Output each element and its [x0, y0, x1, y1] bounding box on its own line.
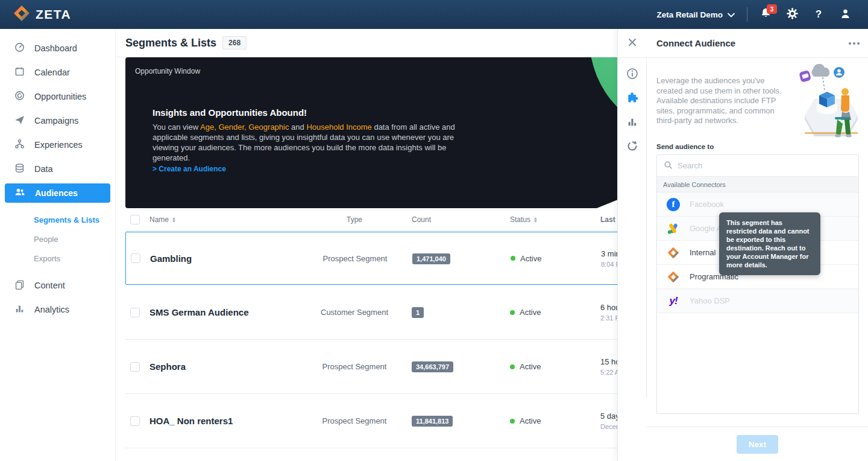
segment-type: Customer Segment — [318, 307, 391, 317]
chevron-down-icon — [728, 10, 735, 19]
sidebar-nav: Dashboard Calendar Opportunities Campaig… — [0, 29, 116, 461]
connector-search[interactable] — [657, 155, 858, 177]
close-icon — [628, 38, 637, 49]
count-badge: 11,841,813 — [412, 416, 453, 427]
top-navbar: ZETA Zeta Retail Demo 3 — [0, 0, 868, 29]
banner-highlight: Age, Gender, Geographic — [200, 122, 289, 132]
sidebar-item-analytics[interactable]: Analytics — [0, 297, 115, 322]
row-checkbox[interactable] — [130, 308, 140, 317]
search-input[interactable] — [678, 161, 851, 170]
sidebar-item-dashboard[interactable]: Dashboard — [0, 36, 115, 60]
refresh-tab[interactable] — [618, 135, 647, 159]
segment-count-badge: 268 — [222, 36, 247, 49]
search-icon — [664, 161, 672, 171]
status-cell: Active — [505, 308, 600, 317]
row-checkbox[interactable] — [130, 362, 140, 372]
column-header-status[interactable]: Status▲▼ — [505, 215, 600, 224]
sidebar-item-exports[interactable]: Exports — [0, 249, 115, 268]
analytics-icon — [14, 304, 25, 316]
notifications-button[interactable]: 3 — [752, 0, 779, 29]
zeta-icon — [667, 246, 680, 259]
sidebar-label: Opportunities — [34, 92, 86, 101]
zeta-icon — [667, 270, 680, 284]
info-icon — [626, 68, 638, 82]
settings-button[interactable] — [779, 0, 805, 29]
sidebar-label: Calendar — [34, 68, 70, 77]
campaigns-icon — [14, 115, 25, 127]
sidebar-item-opportunities[interactable]: Opportunities — [0, 84, 115, 109]
status-text: Active — [520, 416, 541, 425]
help-icon: ? — [816, 8, 822, 21]
sidebar-label: Audiences — [35, 188, 78, 198]
column-header-name[interactable]: Name▲▼ — [149, 215, 297, 224]
close-button[interactable] — [618, 29, 647, 58]
facebook-icon: f — [667, 198, 680, 211]
banner-body: You can view Age, Gender, Geographic and… — [153, 122, 459, 163]
refresh-icon — [626, 140, 638, 154]
segment-name: SMS German Audience — [149, 307, 297, 317]
data-icon — [14, 163, 25, 176]
sort-icon[interactable]: ▲▼ — [533, 217, 538, 223]
panel-header: Connect Audience — [618, 29, 868, 58]
status-dot — [511, 256, 515, 261]
row-checkbox[interactable] — [130, 416, 140, 426]
more-options-button[interactable] — [849, 42, 860, 45]
sort-icon[interactable]: ▲▼ — [172, 217, 176, 223]
gear-icon — [787, 8, 798, 22]
connector-list: Available Connectors f Facebook Google A… — [656, 154, 859, 414]
available-connectors-header: Available Connectors — [657, 177, 858, 192]
sidebar-item-audiences[interactable]: Audiences — [5, 183, 110, 203]
divider — [747, 7, 747, 22]
puzzle-icon — [626, 92, 638, 106]
zeta-diamond-icon — [13, 5, 30, 24]
brand-logo[interactable]: ZETA — [0, 5, 71, 24]
analytics-tab[interactable] — [618, 111, 647, 135]
help-button[interactable]: ? — [805, 0, 832, 29]
sidebar-item-content[interactable]: Content — [0, 273, 115, 297]
sidebar-item-experiences[interactable]: Experiences — [0, 133, 115, 157]
connect-illustration — [777, 64, 864, 146]
sidebar-label: Experiences — [34, 140, 83, 150]
sidebar-label: Dashboard — [34, 43, 77, 53]
connector-yahoo-dsp: y! Yahoo DSP — [657, 289, 858, 313]
sidebar-label: Analytics — [34, 305, 69, 314]
count-badge: 34,663,797 — [412, 361, 453, 372]
create-audience-link[interactable]: > Create an Audience — [153, 165, 226, 173]
connector-label: Internal — [690, 248, 715, 257]
sidebar-item-calendar[interactable]: Calendar — [0, 60, 115, 84]
status-dot — [510, 364, 515, 369]
column-header-count: Count — [412, 215, 505, 224]
segment-name: HOA_ Non renters1 — [149, 416, 297, 426]
segment-type: Prospect Segment — [297, 416, 412, 426]
yahoo-icon: y! — [667, 294, 680, 308]
calendar-icon — [14, 66, 25, 79]
user-menu-button[interactable] — [832, 0, 858, 29]
status-text: Active — [520, 308, 541, 317]
panel-footer: Next — [647, 427, 868, 461]
sidebar-item-people[interactable]: People — [0, 229, 115, 249]
status-dot — [510, 310, 515, 315]
segment-name: Gambling — [150, 253, 298, 264]
page-title: Segments & Lists — [125, 37, 216, 49]
restricted-data-tooltip: This segment has restricted data and can… — [719, 212, 820, 275]
banner-highlight: Household Income — [306, 122, 371, 132]
sidebar-item-data[interactable]: Data — [0, 157, 115, 181]
panel-description: Leverage the audiences you've created an… — [656, 76, 783, 126]
column-header-type: Type — [297, 215, 412, 224]
sidebar-label: Data — [34, 164, 53, 174]
count-badge: 1,471,040 — [412, 253, 450, 264]
connectors-tab[interactable] — [618, 87, 647, 111]
content-icon — [14, 279, 25, 292]
row-checkbox[interactable] — [131, 253, 140, 263]
account-switcher[interactable]: Zeta Retail Demo — [656, 10, 747, 19]
sidebar-item-segments-lists[interactable]: Segments & Lists — [0, 210, 115, 229]
banner-title: Insights and Opportunities Abound! — [153, 107, 307, 118]
connector-label: Facebook — [690, 200, 724, 209]
connector-label: Yahoo DSP — [690, 296, 730, 305]
audiences-icon — [14, 187, 25, 199]
sidebar-item-campaigns[interactable]: Campaigns — [0, 109, 115, 133]
select-all-checkbox[interactable] — [130, 215, 140, 224]
bar-chart-icon — [627, 116, 638, 130]
info-tab[interactable] — [618, 63, 647, 87]
sidebar-label: Campaigns — [34, 116, 78, 126]
